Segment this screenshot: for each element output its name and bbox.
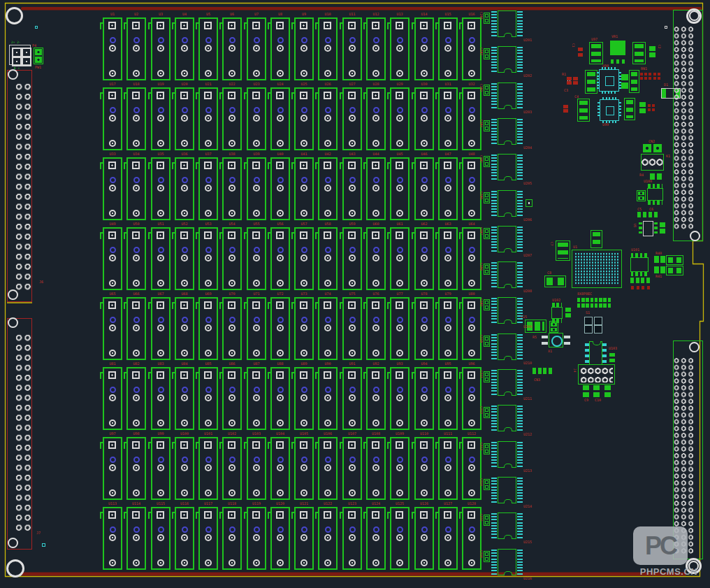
relay-footprint[interactable] [270,297,290,360]
relay-footprint[interactable] [222,367,242,430]
relay-footprint[interactable] [175,17,194,80]
relay-footprint[interactable] [342,17,362,80]
relay-footprint[interactable] [198,17,218,80]
relay-footprint[interactable] [247,157,266,220]
relay-footprint[interactable] [414,17,434,80]
relay-footprint[interactable] [390,367,410,430]
capacitor-footprint[interactable] [484,407,490,418]
smd-component[interactable] [577,99,590,122]
relay-footprint[interactable] [366,87,386,150]
pcb-layout-canvas[interactable]: PC PHPCMS.CN U1U2U3U4U5U6U7U8U9U10U11U12… [0,0,710,588]
smd-component[interactable] [544,275,566,287]
relay-footprint[interactable] [198,87,218,150]
relay-footprint[interactable] [462,367,481,430]
relay-footprint[interactable] [318,437,338,500]
relay-footprint[interactable] [366,297,386,360]
relay-footprint[interactable] [247,507,266,570]
relay-footprint[interactable] [222,507,242,570]
capacitor-footprint[interactable] [484,228,490,239]
relay-footprint[interactable] [126,367,146,430]
relay-footprint[interactable] [270,87,290,150]
relay-footprint[interactable] [126,157,146,220]
relay-footprint[interactable] [175,297,194,360]
relay-footprint[interactable] [462,507,481,570]
smd-component[interactable] [621,74,628,89]
smd-component[interactable] [640,72,651,80]
relay-footprint[interactable] [342,437,362,500]
relay-footprint[interactable] [318,157,338,220]
smd-component[interactable] [589,42,603,64]
smd-component[interactable] [630,253,649,276]
capacitor-footprint[interactable] [484,479,490,490]
smd-component[interactable] [609,39,627,64]
smd-component[interactable] [665,26,667,29]
relay-footprint[interactable] [198,367,218,430]
relay-footprint[interactable] [414,437,434,500]
ic-footprint[interactable] [491,190,523,217]
capacitor-footprint[interactable] [484,336,490,347]
capacitor-footprint[interactable] [484,120,490,131]
ic-footprint[interactable] [491,441,523,468]
relay-footprint[interactable] [438,297,458,360]
relay-footprint[interactable] [342,297,362,360]
smd-component[interactable] [599,69,619,92]
relay-footprint[interactable] [247,17,266,80]
capacitor-footprint[interactable] [484,551,490,562]
smd-component[interactable] [600,99,619,121]
relay-footprint[interactable] [414,507,434,570]
relay-footprint[interactable] [414,297,434,360]
relay-footprint[interactable] [294,87,314,150]
smd-component[interactable] [591,230,602,248]
relay-footprint[interactable] [270,157,290,220]
relay-footprint[interactable] [318,87,338,150]
relay-footprint[interactable] [270,227,290,290]
relay-footprint[interactable] [318,227,338,290]
smd-component[interactable] [649,212,658,217]
relay-footprint[interactable] [318,507,338,570]
capacitor-footprint[interactable] [484,48,490,59]
smd-component[interactable] [35,26,38,29]
bga-footprint[interactable] [572,250,622,288]
relay-footprint[interactable] [175,87,194,150]
relay-footprint[interactable] [151,437,171,500]
smd-component[interactable] [578,364,615,385]
relay-footprint[interactable] [390,437,410,500]
smd-component[interactable] [632,42,646,64]
smd-component[interactable] [666,266,683,275]
relay-footprint[interactable] [462,437,481,500]
smd-component[interactable] [556,241,570,261]
relay-footprint[interactable] [175,437,194,500]
relay-footprint[interactable] [247,437,266,500]
relay-footprint[interactable] [366,507,386,570]
relay-footprint[interactable] [366,367,386,430]
smd-component[interactable] [639,221,658,236]
capacitor-footprint[interactable] [484,371,490,382]
ic-footprint[interactable] [491,83,523,109]
relay-footprint[interactable] [390,157,410,220]
ic-footprint[interactable] [491,477,523,503]
smd-component[interactable] [42,543,45,547]
smd-component[interactable] [637,190,646,201]
relay-footprint[interactable] [222,87,242,150]
ic-footprint[interactable] [491,549,523,575]
ic-footprint[interactable] [491,226,523,252]
ic-footprint[interactable] [491,261,523,288]
relay-footprint[interactable] [414,227,434,290]
smd-component[interactable] [9,45,31,65]
relay-footprint[interactable] [126,437,146,500]
relay-footprint[interactable] [175,227,194,290]
relay-footprint[interactable] [414,87,434,150]
smd-component[interactable] [532,368,542,374]
smd-component[interactable] [637,212,646,217]
capacitor-footprint[interactable] [484,515,490,526]
relay-footprint[interactable] [270,17,290,80]
capacitor-footprint[interactable] [484,192,490,203]
smd-component[interactable] [666,255,683,265]
smd-component[interactable] [549,321,558,333]
relay-footprint[interactable] [270,437,290,500]
relay-footprint[interactable] [151,227,171,290]
ic-footprint[interactable] [491,154,523,180]
relay-footprint[interactable] [318,17,338,80]
smd-component[interactable] [583,385,589,397]
relay-footprint[interactable] [342,87,362,150]
